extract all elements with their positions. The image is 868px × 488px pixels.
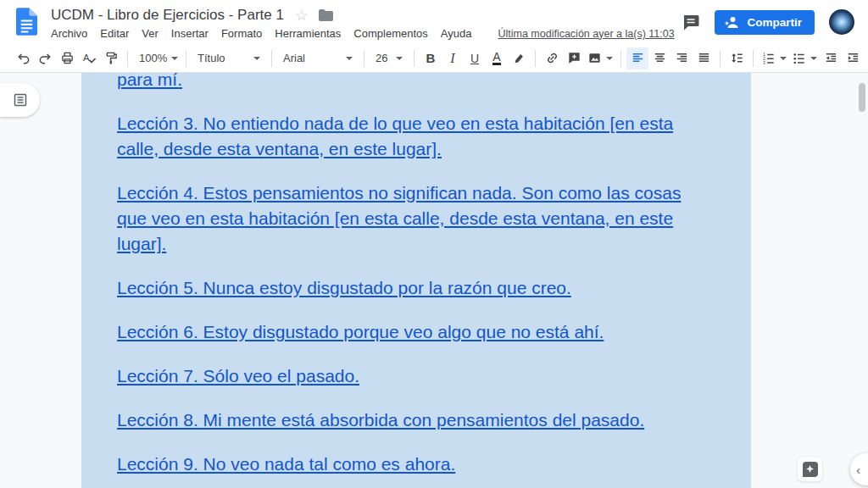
increase-indent-icon[interactable] — [842, 47, 864, 69]
style-value: Título — [198, 52, 225, 64]
line-spacing-icon[interactable] — [726, 47, 748, 69]
svg-text:3: 3 — [763, 60, 765, 65]
link-text[interactable]: Lección 5. Nunca estoy disgustado por la… — [117, 278, 571, 297]
font-size-select[interactable]: 26 — [370, 48, 409, 69]
paragraph[interactable]: Lección 3. No entiendo nada de lo que ve… — [117, 111, 751, 162]
comments-icon[interactable] — [682, 13, 700, 31]
bulleted-list-icon[interactable] — [789, 47, 820, 69]
align-left-icon[interactable] — [626, 47, 648, 69]
share-button[interactable]: Compartir — [715, 10, 815, 35]
show-outline-button[interactable] — [0, 83, 40, 117]
paragraph[interactable]: Lección 8. Mi mente está absorbida con p… — [117, 408, 751, 433]
underline-icon[interactable]: U — [464, 47, 486, 69]
paragraph[interactable]: Lección 5. Nunca estoy disgustado por la… — [117, 275, 751, 301]
toolbar-divider — [364, 50, 364, 67]
redo-icon[interactable] — [34, 47, 56, 69]
star-icon[interactable]: ☆ — [295, 8, 308, 23]
toolbar-divider — [535, 50, 536, 67]
toolbar-divider — [271, 50, 272, 67]
menu-formato[interactable]: Formato — [221, 27, 262, 40]
menu-bar: Archivo Editar Ver Insertar Formato Herr… — [51, 27, 675, 40]
menu-archivo[interactable]: Archivo — [51, 27, 87, 40]
zoom-select[interactable]: 100% — [133, 48, 181, 69]
person-add-icon — [725, 16, 739, 29]
text-line[interactable]: Lección 9. No veo nada tal como es ahora… — [117, 452, 751, 477]
menu-complementos[interactable]: Complementos — [353, 27, 427, 40]
toolbar-divider — [414, 50, 415, 67]
menu-editar[interactable]: Editar — [100, 27, 129, 40]
toolbar-divider — [620, 50, 621, 67]
toolbar-divider — [186, 50, 186, 67]
text-line[interactable]: calle, desde esta ventana, en este lugar… — [117, 136, 751, 162]
align-center-icon[interactable] — [648, 47, 670, 69]
menu-ayuda[interactable]: Ayuda — [441, 27, 472, 40]
document-title[interactable]: UCDM - Libro de Ejercicios - Parte 1 — [51, 7, 284, 24]
chevron-down-icon — [606, 57, 613, 60]
vertical-scrollbar-thumb[interactable] — [859, 83, 865, 112]
italic-icon[interactable]: I — [442, 47, 464, 69]
folder-icon[interactable] — [319, 9, 333, 21]
highlight-color-icon[interactable] — [508, 47, 530, 69]
paragraph[interactable]: Lección 6. Estoy disgustado porque veo a… — [117, 319, 751, 345]
add-comment-icon[interactable] — [563, 47, 585, 69]
zoom-value: 100% — [139, 52, 167, 64]
insert-image-icon[interactable] — [585, 47, 615, 69]
paragraph[interactable]: Lección 9. No veo nada tal como es ahora… — [117, 452, 751, 477]
bold-icon[interactable]: B — [420, 47, 442, 69]
title-bar: UCDM - Libro de Ejercicios - Parte 1 ☆ A… — [0, 0, 868, 44]
menu-herramientas[interactable]: Herramientas — [275, 27, 341, 40]
decrease-indent-icon[interactable] — [820, 47, 842, 69]
align-justify-icon[interactable] — [693, 47, 715, 69]
google-docs-logo-icon[interactable] — [16, 8, 37, 36]
undo-icon[interactable] — [12, 47, 34, 69]
explore-button[interactable] — [797, 456, 823, 482]
link-text[interactable]: Lección 3. No entiendo nada de lo que ve… — [117, 114, 673, 133]
chevron-down-icon — [810, 57, 817, 60]
link-text[interactable]: Lección 8. Mi mente está absorbida con p… — [117, 410, 644, 430]
chevron-down-icon — [346, 57, 353, 60]
menu-ver[interactable]: Ver — [142, 27, 159, 40]
print-icon[interactable] — [56, 47, 78, 69]
document-text[interactable]: para mí.Lección 3. No entiendo nada de l… — [81, 67, 751, 477]
menu-insertar[interactable]: Insertar — [171, 27, 209, 40]
svg-text:A: A — [83, 53, 90, 63]
text-line[interactable]: que veo en esta habitación [en esta call… — [117, 206, 751, 231]
header-actions: Compartir — [682, 9, 854, 35]
document-page[interactable]: para mí.Lección 3. No entiendo nada de l… — [81, 73, 751, 488]
share-button-label: Compartir — [747, 16, 802, 29]
text-color-icon[interactable]: A — [486, 47, 508, 69]
text-line[interactable]: lugar]. — [117, 231, 751, 257]
spellcheck-icon[interactable]: A — [78, 47, 100, 69]
paint-format-icon[interactable] — [100, 47, 122, 69]
link-text[interactable]: lugar]. — [117, 234, 166, 253]
text-line[interactable]: Lección 6. Estoy disgustado porque veo a… — [117, 319, 751, 345]
chevron-down-icon — [171, 57, 178, 60]
text-line[interactable]: Lección 4. Estos pensamientos no signifi… — [117, 180, 751, 206]
numbered-list-icon[interactable]: 1 2 3 — [759, 47, 789, 69]
link-text[interactable]: Lección 4. Estos pensamientos no signifi… — [117, 183, 681, 202]
paragraph[interactable]: Lección 4. Estos pensamientos no signifi… — [117, 180, 751, 257]
link-text[interactable]: que veo en esta habitación [en esta call… — [117, 208, 673, 228]
font-family-select[interactable]: Arial — [277, 48, 359, 69]
paragraph-style-select[interactable]: Título — [192, 48, 266, 69]
account-avatar[interactable] — [829, 9, 854, 35]
toolbar-divider — [127, 50, 128, 67]
align-right-icon[interactable] — [670, 47, 693, 69]
text-line[interactable]: Lección 8. Mi mente está absorbida con p… — [117, 408, 751, 433]
format-toolbar: A 100% Título Arial 26 B I U A — [0, 44, 868, 73]
toolbar-divider — [753, 50, 754, 67]
link-text[interactable]: Lección 6. Estoy disgustado porque veo a… — [117, 322, 604, 341]
last-modified-link[interactable]: Última modificación ayer a la(s) 11:03 — [498, 28, 674, 40]
document-outline-icon — [13, 92, 28, 108]
collapse-side-panel-button[interactable]: ‹ — [850, 453, 868, 485]
paragraph[interactable]: Lección 7. Sólo veo el pasado. — [117, 363, 751, 389]
text-line[interactable]: Lección 7. Sólo veo el pasado. — [117, 363, 751, 389]
chevron-down-icon — [253, 57, 260, 60]
insert-link-icon[interactable] — [541, 47, 563, 69]
text-line[interactable]: Lección 5. Nunca estoy disgustado por la… — [117, 275, 751, 301]
link-text[interactable]: calle, desde esta ventana, en este lugar… — [117, 139, 442, 158]
link-text[interactable]: Lección 7. Sólo veo el pasado. — [117, 366, 359, 385]
toolbar-divider — [720, 50, 721, 67]
link-text[interactable]: Lección 9. No veo nada tal como es ahora… — [117, 454, 455, 474]
text-line[interactable]: Lección 3. No entiendo nada de lo que ve… — [117, 111, 751, 136]
